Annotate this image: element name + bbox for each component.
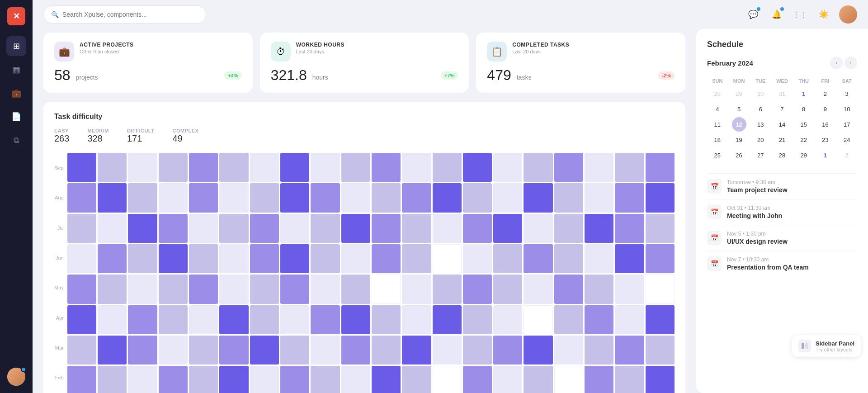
calendar-day[interactable]: 29 — [797, 148, 811, 162]
calendar-day[interactable]: 28 — [775, 148, 789, 162]
event-details: Nov 7 • 10:30 am Presentation from QA te… — [727, 256, 809, 271]
heatmap-cell — [219, 244, 248, 273]
sidebar-item-grid[interactable]: ▦ — [6, 60, 26, 80]
heatmap-cell — [128, 366, 157, 393]
search-input[interactable] — [62, 11, 198, 18]
calendar-day[interactable]: 10 — [840, 102, 854, 116]
sun-button[interactable]: ☀️ — [816, 6, 832, 23]
calendar-day[interactable]: 4 — [710, 102, 725, 116]
calendar-day[interactable]: 7 — [775, 102, 789, 116]
heatmap-cell — [189, 244, 218, 273]
calendar-day[interactable]: 25 — [710, 148, 725, 162]
chat-button[interactable]: 💬 — [745, 6, 761, 23]
difficult-value: 171 — [127, 133, 155, 144]
calendar-day[interactable]: 1 — [797, 86, 811, 101]
next-month-button[interactable]: › — [844, 57, 857, 69]
sidebar-item-briefcase[interactable]: 💼 — [6, 83, 26, 103]
calendar-day[interactable]: 23 — [818, 133, 832, 147]
heatmap-cell — [98, 275, 127, 303]
calendar-day[interactable]: 1 — [818, 148, 832, 162]
heatmap-cell — [219, 336, 248, 365]
calendar-day[interactable]: 6 — [753, 102, 768, 116]
heatmap-cell — [585, 244, 613, 273]
grid-button[interactable]: ⋮⋮ — [792, 6, 808, 23]
heatmap-cell — [372, 153, 401, 182]
prev-month-button[interactable]: ‹ — [830, 57, 843, 69]
heatmap-cell — [646, 153, 675, 182]
heatmap-y-label: Mar — [54, 345, 64, 350]
calendar-day[interactable]: 2 — [818, 86, 832, 101]
calendar-day[interactable]: 31 — [775, 86, 789, 101]
heatmap-cell — [311, 305, 340, 334]
calendar-day[interactable]: 9 — [818, 102, 832, 116]
bell-button[interactable]: 🔔 — [769, 6, 785, 23]
calendar-day[interactable]: 26 — [732, 148, 746, 162]
active-projects-title: ACTIVE PROJECTS — [80, 42, 134, 48]
search-bar[interactable]: 🔍 — [43, 5, 206, 24]
heatmap-cell — [128, 214, 157, 243]
calendar-day[interactable]: 11 — [710, 117, 725, 132]
sidebar-item-dashboard[interactable]: ⊞ — [6, 36, 26, 56]
event-item[interactable]: 📅 Oct 31 • 11:30 am Meeting with John — [707, 199, 857, 225]
calendar-day[interactable]: 22 — [797, 133, 811, 147]
calendar-day[interactable]: 28 — [710, 86, 725, 101]
heatmap-cell — [615, 275, 644, 303]
schedule-title: Schedule — [707, 40, 857, 49]
calendar-day[interactable]: 29 — [732, 86, 746, 101]
heatmap-cell — [615, 336, 644, 365]
heatmap-cell — [67, 275, 96, 303]
event-item[interactable]: 📅 Nov 5 • 1:30 pm UI/UX design review — [707, 225, 857, 251]
heatmap-y-labels: SepAugJulJunMayAprMarFebJan — [54, 153, 67, 393]
easy-value: 263 — [54, 133, 69, 144]
calendar-day[interactable]: 19 — [732, 133, 746, 147]
calendar-day[interactable]: 20 — [753, 133, 768, 147]
heatmap-cell — [493, 275, 522, 303]
calendar-day[interactable]: 17 — [840, 117, 854, 132]
document-icon: 📄 — [11, 112, 21, 122]
heatmap-cell — [433, 305, 462, 334]
medium-value: 328 — [87, 133, 109, 144]
event-item[interactable]: 📅 Tomorrow • 9:30 am Team project review — [707, 173, 857, 199]
heatmap-cell — [646, 244, 675, 273]
calendar-day[interactable]: 14 — [775, 117, 789, 132]
calendar-day[interactable]: 18 — [710, 133, 725, 147]
heatmap-cell — [67, 153, 96, 182]
heatmap-cell — [493, 214, 522, 243]
heatmap-cell — [189, 366, 218, 393]
difficulty-labels: EASY 263 MEDIUM 328 DIFFICULT 171 COMPLE… — [54, 128, 675, 144]
heatmap-cell — [341, 336, 370, 365]
sidebar-user-avatar[interactable] — [7, 368, 25, 386]
bell-badge — [780, 7, 784, 11]
calendar-day[interactable]: 13 — [753, 117, 768, 132]
completed-tasks-icon: 📋 — [487, 42, 507, 62]
event-time: Nov 5 • 1:30 pm — [727, 231, 788, 237]
calendar-day[interactable]: 5 — [732, 102, 746, 116]
calendar-day[interactable]: 3 — [840, 86, 854, 101]
heatmap-cell — [128, 275, 157, 303]
calendar-day[interactable]: 21 — [775, 133, 789, 147]
calendar-day[interactable]: 30 — [753, 86, 768, 101]
calendar-day[interactable]: 15 — [797, 117, 811, 132]
sidebar-panel-button[interactable]: Sidebar Panel Try other layouts — [792, 335, 861, 357]
event-time: Oct 31 • 11:30 am — [727, 205, 782, 211]
heatmap-cell — [463, 336, 492, 365]
calendar-day[interactable]: 12 — [732, 117, 746, 132]
user-avatar[interactable] — [839, 5, 857, 24]
calendar-day[interactable]: 8 — [797, 102, 811, 116]
sidebar-item-copy[interactable]: ⧉ — [6, 130, 26, 150]
heatmap-cell — [402, 214, 431, 243]
calendar-day[interactable]: 27 — [753, 148, 768, 162]
heatmap-cell — [524, 244, 552, 273]
calendar-day[interactable]: 2 — [840, 148, 854, 162]
heatmap-cell — [585, 214, 613, 243]
app-logo[interactable]: ✕ — [7, 7, 25, 25]
heatmap-cell — [159, 153, 188, 182]
event-item[interactable]: 📅 Nov 7 • 10:30 am Presentation from QA … — [707, 251, 857, 276]
sidebar-item-document[interactable]: 📄 — [6, 107, 26, 127]
calendar-day[interactable]: 16 — [818, 117, 832, 132]
heatmap-cell — [372, 275, 401, 303]
heatmap-cell — [159, 336, 188, 365]
calendar-day[interactable]: 24 — [840, 133, 854, 147]
heatmap-cell — [646, 275, 675, 303]
heatmap-cell — [372, 244, 401, 273]
